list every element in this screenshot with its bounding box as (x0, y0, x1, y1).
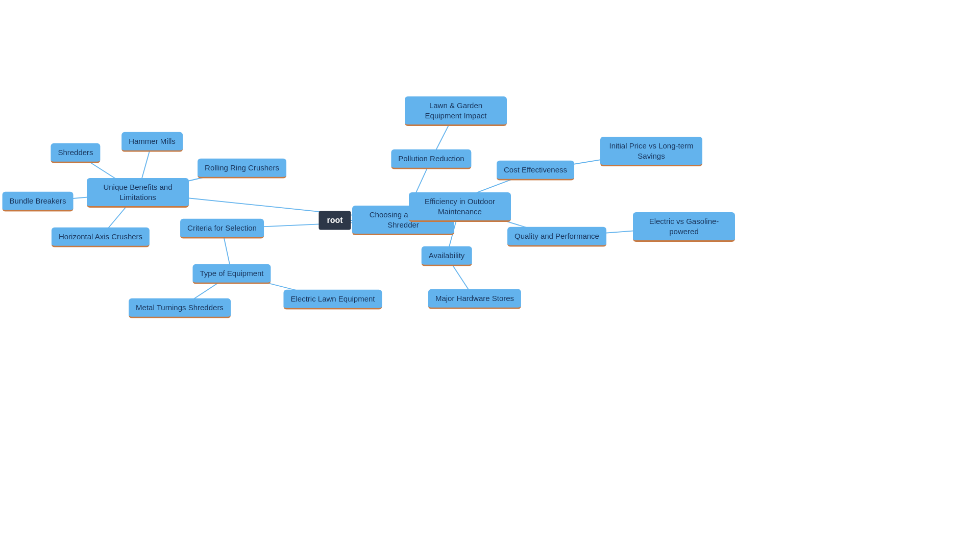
node-cost[interactable]: Cost Effectiveness (497, 161, 574, 181)
node-electric-lawn[interactable]: Electric Lawn Equipment (283, 290, 382, 310)
node-availability[interactable]: Availability (422, 246, 472, 266)
node-bundle[interactable]: Bundle Breakers (3, 192, 74, 212)
node-lawn-garden[interactable]: Lawn & Garden Equipment Impact (405, 96, 507, 126)
node-shredders[interactable]: Shredders (51, 143, 100, 163)
node-criteria[interactable]: Criteria for Selection (180, 219, 264, 239)
node-pollution[interactable]: Pollution Reduction (391, 149, 471, 169)
node-horizontal[interactable]: Horizontal Axis Crushers (52, 228, 150, 247)
node-metal[interactable]: Metal Turnings Shredders (129, 298, 231, 318)
mindmap-canvas: rootChoosing a Chipper ShredderUnique Be… (0, 0, 980, 551)
node-rolling[interactable]: Rolling Ring Crushers (198, 159, 286, 179)
node-hammer[interactable]: Hammer Mills (121, 132, 183, 152)
node-efficiency[interactable]: Efficiency in Outdoor Maintenance (409, 192, 511, 222)
node-initial[interactable]: Initial Price vs Long-term Savings (600, 137, 702, 166)
node-unique[interactable]: Unique Benefits and Limitations (87, 178, 189, 208)
node-type[interactable]: Type of Equipment (192, 264, 271, 284)
node-major-hw[interactable]: Major Hardware Stores (428, 289, 521, 309)
root-node[interactable]: root (318, 211, 351, 230)
node-quality[interactable]: Quality and Performance (507, 227, 606, 247)
node-electric-gas[interactable]: Electric vs Gasoline-powered (633, 212, 735, 242)
